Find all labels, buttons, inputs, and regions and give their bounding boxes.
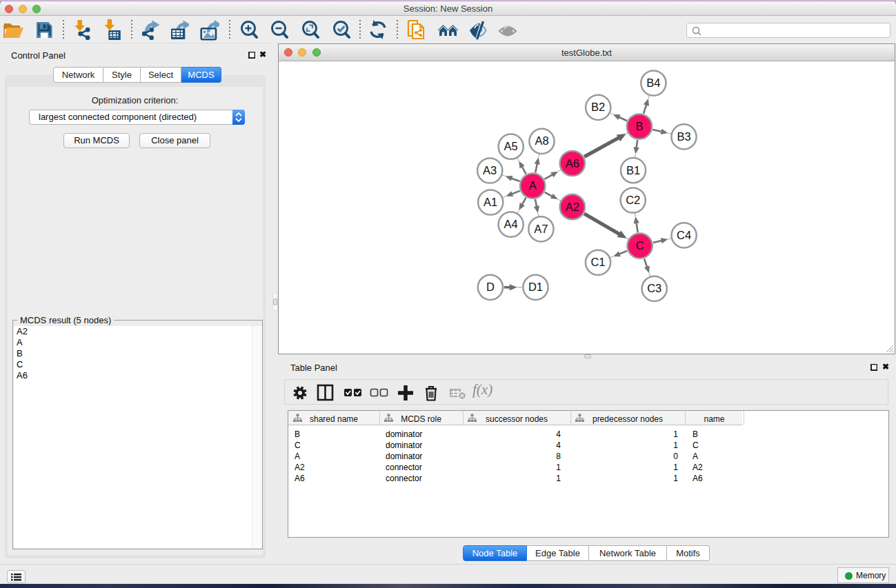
svg-text:A7: A7 [534,223,548,235]
svg-text:B: B [635,120,643,132]
svg-text:B1: B1 [626,164,640,176]
svg-text:C2: C2 [626,194,640,206]
svg-text:A: A [529,179,537,192]
svg-text:D: D [486,281,495,293]
svg-text:A4: A4 [504,218,518,230]
svg-text:C1: C1 [590,256,605,268]
svg-text:C: C [636,239,644,252]
svg-text:B3: B3 [677,130,690,143]
svg-text:C4: C4 [677,229,691,241]
svg-text:B4: B4 [646,77,660,89]
svg-text:A6: A6 [566,157,579,170]
svg-text:B2: B2 [591,101,605,113]
svg-text:A1: A1 [484,196,497,208]
svg-text:A3: A3 [483,164,497,176]
svg-text:A5: A5 [504,140,518,152]
svg-text:C3: C3 [647,282,661,294]
svg-text:D1: D1 [528,281,543,293]
svg-text:A2: A2 [566,201,579,213]
svg-text:A8: A8 [535,134,548,147]
